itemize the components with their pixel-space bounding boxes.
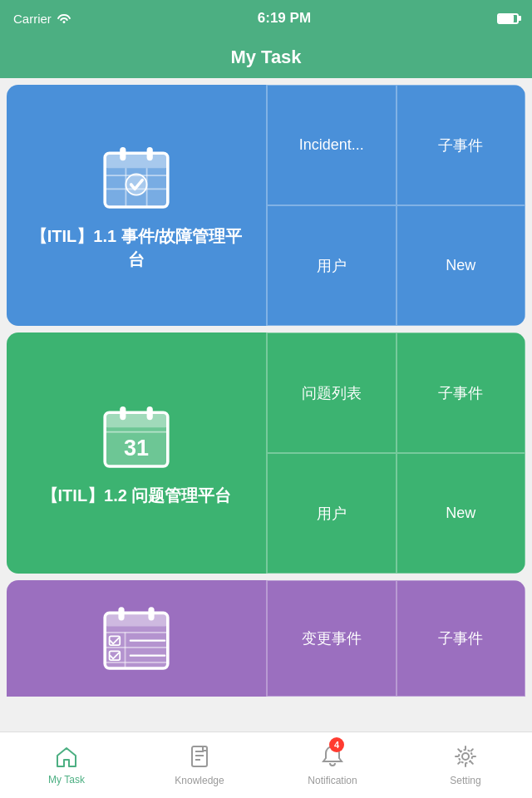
notification-badge: 4 [329,737,344,752]
doc-icon [190,745,209,771]
cell-change-sub[interactable]: 子事件 [397,580,526,697]
nav-notification-label: Notification [308,775,357,786]
card-change-right: 变更事件 子事件 [266,580,525,697]
status-left: Carrier [13,12,71,26]
nav-knowledge[interactable]: Knowledge [133,732,266,798]
card-problem: 31 【ITIL】1.2 问题管理平台 问题列表 子事件 用户 New [7,332,525,574]
page-title: My Task [230,47,301,68]
page-header: My Task [0,37,532,78]
svg-point-8 [126,174,146,195]
carrier-label: Carrier [13,12,52,26]
nav-setting-label: Setting [450,775,480,786]
svg-rect-11 [120,406,126,420]
calendar-checklist-icon [99,601,174,676]
card-problem-left: 31 【ITIL】1.2 问题管理平台 [7,332,266,574]
cell-incident-list[interactable]: Incident... [267,85,397,205]
svg-rect-1 [105,153,168,168]
status-time: 6:19 PM [258,10,311,27]
cell-incident-sub[interactable]: 子事件 [397,85,526,205]
svg-rect-10 [105,412,168,427]
cell-incident-new[interactable]: New [397,205,526,326]
cell-problem-sub[interactable]: 子事件 [397,332,526,453]
svg-point-32 [459,750,472,763]
bottom-nav: My Task Knowledge 4 Notification [0,732,532,798]
card-incident: 【ITIL】1.1 事件/故障管理平台 Incident... 子事件 用户 N… [7,85,525,326]
battery-container [497,13,519,24]
svg-rect-12 [147,406,153,420]
card-incident-left: 【ITIL】1.1 事件/故障管理平台 [7,85,266,326]
battery-icon [497,13,519,24]
gear-icon [454,745,477,771]
card-change: 变更事件 子事件 [7,580,525,697]
nav-setting[interactable]: Setting [399,732,532,798]
nav-mytask[interactable]: My Task [0,732,133,798]
status-bar: Carrier 6:19 PM [0,0,532,37]
cell-problem-new[interactable]: New [397,453,526,574]
card-incident-right: Incident... 子事件 用户 New [266,85,525,326]
main-content: 【ITIL】1.1 事件/故障管理平台 Incident... 子事件 用户 N… [0,78,532,732]
svg-text:31: 31 [124,436,149,461]
card-change-left [7,580,266,697]
svg-rect-18 [148,607,154,620]
card-problem-right: 问题列表 子事件 用户 New [266,332,525,574]
cell-problem-user[interactable]: 用户 [267,453,397,574]
svg-rect-2 [120,147,126,160]
cell-incident-user[interactable]: 用户 [267,205,397,326]
calendar-31-icon: 31 [99,399,174,474]
nav-knowledge-label: Knowledge [175,775,224,786]
nav-notification[interactable]: 4 Notification [266,732,399,798]
calendar-check-icon [99,140,174,214]
cell-change-event[interactable]: 变更事件 [267,580,397,697]
svg-rect-16 [105,613,168,626]
home-icon [55,746,78,771]
wifi-icon [57,12,71,26]
cell-problem-list[interactable]: 问题列表 [267,332,397,453]
card-problem-title: 【ITIL】1.2 问题管理平台 [42,484,232,507]
svg-point-31 [462,753,469,760]
svg-rect-3 [147,147,153,160]
card-incident-title: 【ITIL】1.1 事件/故障管理平台 [23,224,249,271]
nav-mytask-label: My Task [48,774,85,786]
svg-rect-17 [118,607,124,620]
